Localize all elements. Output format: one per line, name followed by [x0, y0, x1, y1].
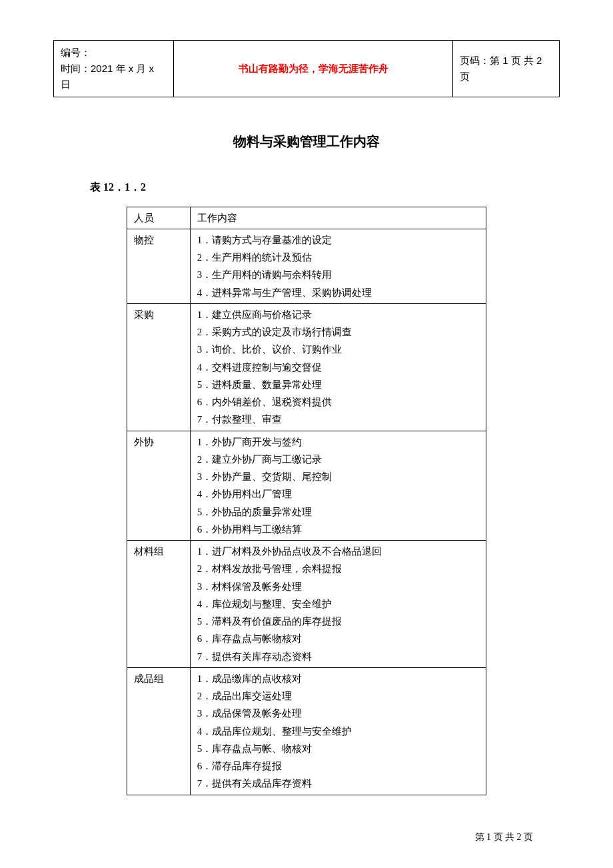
- work-item: 2．材料发放批号管理，余料提报: [197, 560, 479, 577]
- work-item: 2．采购方式的设定及市场行情调查: [197, 323, 479, 341]
- work-item: 6．滞存品库存提报: [197, 757, 479, 775]
- doc-number-label: 编号：: [61, 45, 167, 61]
- work-item: 1．建立供应商与价格记录: [197, 306, 479, 323]
- work-item: 1．外协厂商开发与签约: [197, 433, 479, 451]
- work-item: 4．成品库位规划、整理与安全维护: [197, 723, 479, 740]
- content-cell: 1．进厂材料及外协品点收及不合格品退回 2．材料发放批号管理，余料提报 3．材料…: [190, 541, 486, 668]
- work-item: 3．成品保管及帐务处理: [197, 705, 479, 722]
- table-row: 外协 1．外协厂商开发与签约 2．建立外协厂商与工缴记录 3．外协产量、交货期、…: [127, 431, 486, 541]
- work-item: 4．交料进度控制与逾交督促: [197, 359, 479, 376]
- table-row: 成品组 1．成品缴库的点收核对 2．成品出库交运处理 3．成品保管及帐务处理 4…: [127, 667, 486, 795]
- work-item: 7．提供有关成品库存资料: [197, 775, 479, 792]
- work-item: 2．成品出库交运处理: [197, 687, 479, 705]
- work-item: 3．材料保管及帐务处理: [197, 578, 479, 595]
- work-item: 3．生产用料的请购与余料转用: [197, 266, 479, 283]
- work-item: 5．滞料及有价值废品的库存提报: [197, 613, 479, 630]
- role-cell: 采购: [127, 303, 191, 431]
- header-motto: 书山有路勤为径，学海无涯苦作舟: [239, 63, 388, 74]
- work-item: 5．外协品的质量异常处理: [197, 503, 479, 521]
- work-item: 6．内外销差价、退税资料提供: [197, 393, 479, 411]
- work-item: 2．生产用料的统计及预估: [197, 249, 479, 266]
- table-row: 采购 1．建立供应商与价格记录 2．采购方式的设定及市场行情调查 3．询价、比价…: [127, 303, 486, 431]
- header-center-cell: 书山有路勤为径，学海无涯苦作舟: [174, 41, 453, 97]
- work-item: 7．付款整理、审查: [197, 411, 479, 428]
- document-page: 编号： 时间：2021 年 x 月 x 日 书山有路勤为径，学海无涯苦作舟 页码…: [0, 0, 613, 868]
- work-item: 5．库存盘点与帐、物核对: [197, 740, 479, 757]
- content-cell: 1．请购方式与存量基准的设定 2．生产用料的统计及预估 3．生产用料的请购与余料…: [190, 229, 486, 303]
- role-cell: 成品组: [127, 667, 191, 795]
- column-header-content: 工作内容: [190, 207, 486, 229]
- work-item: 1．进厂材料及外协品点收及不合格品退回: [197, 543, 479, 560]
- content-cell: 1．建立供应商与价格记录 2．采购方式的设定及市场行情调查 3．询价、比价、议价…: [190, 303, 486, 431]
- column-header-role: 人员: [127, 207, 191, 229]
- content-table: 人员 工作内容 物控 1．请购方式与存量基准的设定 2．生产用料的统计及预估 3…: [127, 207, 486, 795]
- header-right-cell: 页码：第 1 页 共 2 页: [453, 41, 560, 97]
- work-item: 5．进料质量、数量异常处理: [197, 376, 479, 393]
- table-header-row: 人员 工作内容: [127, 207, 486, 229]
- header-page-label: 页码：第 1 页 共 2 页: [460, 55, 542, 82]
- work-item: 6．外协用料与工缴结算: [197, 521, 479, 538]
- work-item: 1．请购方式与存量基准的设定: [197, 231, 479, 249]
- work-item: 3．询价、比价、议价、订购作业: [197, 341, 479, 358]
- table-row: 物控 1．请购方式与存量基准的设定 2．生产用料的统计及预估 3．生产用料的请购…: [127, 229, 486, 303]
- role-cell: 物控: [127, 229, 191, 303]
- work-item: 4．进料异常与生产管理、采购协调处理: [197, 284, 479, 301]
- role-cell: 材料组: [127, 541, 191, 668]
- role-cell: 外协: [127, 431, 191, 541]
- header-box: 编号： 时间：2021 年 x 月 x 日 书山有路勤为径，学海无涯苦作舟 页码…: [53, 40, 560, 97]
- work-item: 1．成品缴库的点收核对: [197, 670, 479, 687]
- work-item: 2．建立外协厂商与工缴记录: [197, 451, 479, 468]
- table-number-label: 表 12．1．2: [90, 179, 560, 196]
- page-footer: 第 1 页 共 2 页: [475, 830, 534, 845]
- doc-time-label: 时间：2021 年 x 月 x 日: [61, 61, 167, 93]
- work-item: 7．提供有关库存动态资料: [197, 648, 479, 665]
- table-row: 材料组 1．进厂材料及外协品点收及不合格品退回 2．材料发放批号管理，余料提报 …: [127, 541, 486, 668]
- work-item: 6．库存盘点与帐物核对: [197, 630, 479, 647]
- work-item: 3．外协产量、交货期、尾控制: [197, 468, 479, 485]
- document-title: 物料与采购管理工作内容: [53, 131, 560, 152]
- work-item: 4．外协用料出厂管理: [197, 485, 479, 503]
- content-cell: 1．成品缴库的点收核对 2．成品出库交运处理 3．成品保管及帐务处理 4．成品库…: [190, 667, 486, 795]
- header-left-cell: 编号： 时间：2021 年 x 月 x 日: [54, 41, 174, 97]
- content-cell: 1．外协厂商开发与签约 2．建立外协厂商与工缴记录 3．外协产量、交货期、尾控制…: [190, 431, 486, 541]
- work-item: 4．库位规划与整理、安全维护: [197, 595, 479, 613]
